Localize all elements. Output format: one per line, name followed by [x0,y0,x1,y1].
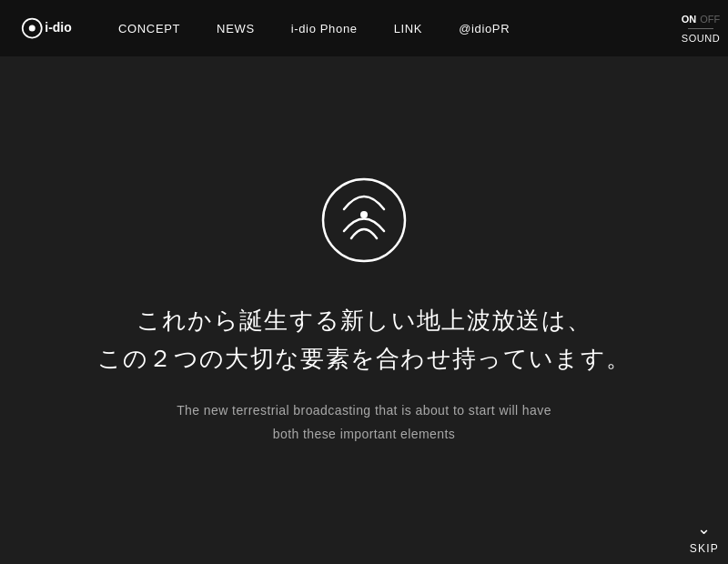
sound-on-label: ON [682,14,697,25]
main-nav: CONCEPT NEWS i-dio Phone LINK @idioPR [100,0,528,56]
nav-concept[interactable]: CONCEPT [100,0,198,56]
svg-point-1 [29,25,35,32]
skip-label: SKIP [690,542,719,555]
sound-off-label: OFF [700,14,720,25]
logo[interactable]: i-dio [0,0,91,56]
nav-twitter[interactable]: @idioPR [440,0,528,56]
headline-japanese: これから誕生する新しい地上波放送は、 この２つの大切な要素を合わせ持っています。 [97,302,631,378]
svg-point-3 [323,179,405,261]
main-content: これから誕生する新しい地上波放送は、 この２つの大切な要素を合わせ持っています。… [0,0,728,564]
nav-news[interactable]: NEWS [198,0,273,56]
sound-label: SOUND [682,33,720,44]
nav-phone[interactable]: i-dio Phone [273,0,376,56]
sound-toggle[interactable]: ON OFF SOUND [673,0,728,56]
signal-icon [318,175,410,266]
skip-button[interactable]: ⌄ SKIP [690,519,719,555]
sound-divider [688,28,713,29]
svg-text:i-dio: i-dio [45,20,72,35]
nav-link[interactable]: LINK [376,0,441,56]
skip-chevron-icon: ⌄ [697,519,711,539]
headline-english: The new terrestrial broadcasting that is… [177,399,551,445]
svg-point-4 [360,211,368,218]
header: i-dio CONCEPT NEWS i-dio Phone LINK @idi… [0,0,728,56]
